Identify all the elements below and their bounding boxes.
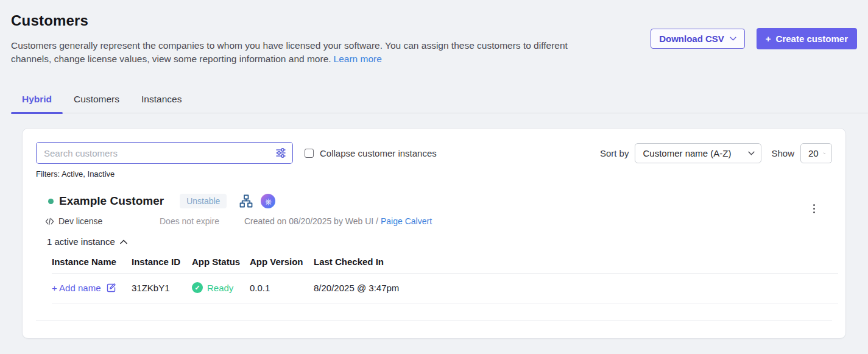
active-status-dot — [48, 199, 54, 204]
instances-toggle[interactable]: 1 active instance — [36, 236, 127, 247]
download-csv-label: Download CSV — [659, 34, 724, 44]
download-csv-button[interactable]: Download CSV — [651, 29, 745, 49]
show-label: Show — [771, 148, 794, 158]
tab-instances[interactable]: Instances — [130, 94, 192, 113]
chevron-down-icon — [824, 151, 825, 155]
license-type: Dev license — [45, 216, 160, 226]
instance-row: + Add name 31ZKbY1 ✓ Ready 0.0.1 — [52, 274, 838, 303]
header-actions: Download CSV + Create customer — [651, 28, 857, 49]
col-instance-name: Instance Name — [52, 257, 132, 267]
tab-hybrid[interactable]: Hybrid — [11, 94, 63, 113]
check-circle-icon: ✓ — [192, 282, 203, 293]
instance-name-cell: + Add name — [52, 283, 132, 293]
chevron-up-icon — [120, 239, 127, 244]
page-description: Customers generally represent the compan… — [11, 39, 597, 66]
customers-page: Customers Download CSV + Create customer… — [0, 0, 868, 339]
customer-header-row: Example Customer Unstable ⎈ — [36, 194, 832, 208]
created-by-link[interactable]: Paige Calvert — [381, 216, 432, 226]
last-checked-in-cell: 8/20/2025 @ 3:47pm — [314, 283, 838, 293]
created-text: Created on 08/20/2025 by Web UI /Paige C… — [244, 216, 432, 226]
chevron-down-icon — [748, 151, 755, 155]
channel-badge: Unstable — [180, 194, 227, 208]
license-type-label: Dev license — [58, 216, 102, 226]
plus-icon: + — [766, 34, 771, 44]
expiry-text: Does not expire — [160, 216, 244, 226]
customer-meta-row: Dev license Does not expire Created on 0… — [36, 216, 832, 226]
add-name-link[interactable]: + Add name — [52, 283, 101, 293]
tab-bar: Hybrid Customers Instances — [11, 94, 868, 113]
customer-section: Example Customer Unstable ⎈ — [36, 194, 832, 303]
customer-menu-button[interactable] — [811, 202, 817, 216]
customer-name-link[interactable]: Example Customer — [59, 194, 164, 208]
search-input[interactable] — [37, 143, 275, 163]
show-select[interactable]: 20 — [800, 143, 832, 163]
app-version-cell: 0.0.1 — [250, 283, 314, 293]
col-app-version: App Version — [250, 257, 314, 267]
card-divider — [36, 320, 832, 320]
page-title: Customers — [11, 12, 857, 29]
sort-by-label: Sort by — [600, 148, 629, 158]
show-select-value: 20 — [808, 148, 819, 158]
learn-more-link[interactable]: Learn more — [334, 54, 382, 64]
col-app-status: App Status — [192, 257, 250, 267]
search-box — [36, 142, 293, 164]
sitemap-icon — [239, 194, 253, 208]
instance-id-cell: 31ZKbY1 — [132, 283, 192, 293]
sort-select-value: Customer name (A-Z) — [643, 148, 731, 158]
collapse-instances-label: Collapse customer instances — [320, 148, 437, 158]
sort-select[interactable]: Customer name (A-Z) — [635, 143, 761, 163]
page-description-text: Customers generally represent the compan… — [11, 40, 568, 64]
active-filters-text: Filters: Active, Inactive — [36, 169, 832, 179]
customers-card: Collapse customer instances Sort by Cust… — [22, 128, 846, 339]
collapse-instances-control[interactable]: Collapse customer instances — [305, 148, 437, 158]
create-customer-button[interactable]: + Create customer — [757, 28, 857, 49]
app-status-label: Ready — [207, 283, 233, 293]
instances-summary-label: 1 active instance — [47, 236, 115, 247]
toolbar: Collapse customer instances Sort by Cust… — [36, 142, 832, 164]
instances-table: Instance Name Instance ID App Status App… — [52, 257, 838, 303]
app-status-cell: ✓ Ready — [192, 282, 250, 293]
instances-table-header: Instance Name Instance ID App Status App… — [52, 257, 838, 274]
code-icon — [45, 218, 54, 225]
col-instance-id: Instance ID — [132, 257, 192, 267]
chevron-down-icon — [730, 37, 736, 41]
created-prefix: Created on 08/20/2025 by Web UI / — [244, 216, 378, 226]
checkbox-icon[interactable] — [305, 149, 314, 158]
col-last-checked-in: Last Checked In — [314, 257, 838, 267]
kubernetes-icon: ⎈ — [261, 194, 275, 208]
tab-customers[interactable]: Customers — [63, 94, 130, 113]
filter-sliders-icon[interactable] — [275, 147, 287, 159]
create-customer-label: Create customer — [776, 34, 848, 44]
edit-icon[interactable] — [106, 283, 116, 293]
